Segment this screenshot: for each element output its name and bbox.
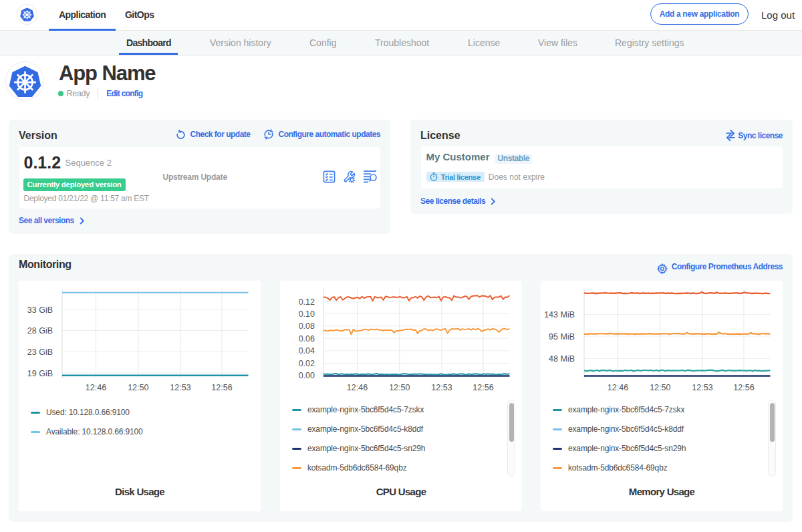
svg-text:0.06: 0.06 [299,334,315,344]
svg-text:143 MiB: 143 MiB [544,310,575,319]
svg-text:0.00: 0.00 [299,371,315,380]
svg-text:0.10: 0.10 [299,309,315,319]
svg-text:12:50: 12:50 [650,383,670,392]
svg-text:12:56: 12:56 [733,383,754,392]
svg-text:12:50: 12:50 [389,383,410,392]
svg-text:28 GiB: 28 GiB [27,326,53,336]
svg-text:48 MiB: 48 MiB [549,354,575,364]
svg-text:12:53: 12:53 [692,383,712,392]
svg-text:12:46: 12:46 [608,383,628,392]
svg-text:12:56: 12:56 [473,383,493,392]
svg-text:12:50: 12:50 [128,383,148,392]
svg-text:33 GiB: 33 GiB [27,305,53,315]
svg-text:12:46: 12:46 [347,383,368,392]
svg-text:12:53: 12:53 [170,383,190,392]
svg-text:19 GiB: 19 GiB [27,369,53,378]
svg-text:12:53: 12:53 [431,383,452,392]
svg-text:0.04: 0.04 [299,346,315,356]
svg-text:12:56: 12:56 [211,383,232,392]
svg-text:0.12: 0.12 [299,297,315,307]
svg-text:23 GiB: 23 GiB [27,348,53,357]
svg-text:0.02: 0.02 [299,359,315,368]
svg-text:95 MiB: 95 MiB [549,332,575,342]
svg-text:12:46: 12:46 [86,383,106,392]
svg-text:0.08: 0.08 [299,321,315,331]
